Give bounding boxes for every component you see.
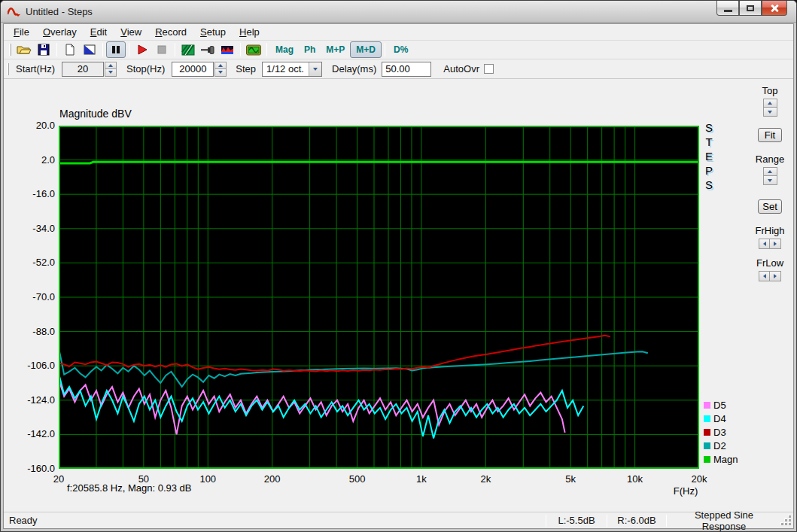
- down-arrow-icon: [768, 179, 772, 182]
- frhigh-arrows[interactable]: [759, 239, 781, 249]
- spin-up-button[interactable]: [763, 167, 777, 176]
- start-spinner[interactable]: [105, 62, 117, 77]
- set-button[interactable]: Set: [758, 199, 782, 214]
- spin-up-button[interactable]: [105, 62, 117, 70]
- menu-item-overlay[interactable]: Overlay: [36, 25, 84, 39]
- y-tick-label: -106.0: [14, 360, 55, 371]
- legend-swatch: [704, 429, 710, 436]
- top-label: Top: [762, 85, 778, 96]
- color-setup-icon: [84, 44, 96, 55]
- y-tick-label: -160.0: [14, 463, 55, 474]
- level-meter-button[interactable]: [218, 41, 237, 58]
- frlow-label: FrLow: [756, 257, 783, 269]
- spin-down-button[interactable]: [763, 108, 777, 117]
- step-label: Step: [236, 63, 256, 74]
- dropdown-button[interactable]: [309, 62, 321, 76]
- save-file-button[interactable]: [34, 41, 53, 58]
- spin-down-button[interactable]: [763, 176, 777, 185]
- down-arrow-icon: [768, 111, 772, 114]
- minimize-button[interactable]: [716, 1, 739, 16]
- chart-canvas[interactable]: [59, 126, 699, 469]
- chart-plot[interactable]: [59, 126, 699, 469]
- close-button[interactable]: [762, 1, 787, 16]
- record-stop-button[interactable]: [152, 41, 172, 58]
- legend: D5D4D3D2Magn: [704, 398, 738, 466]
- spin-down-button[interactable]: [214, 69, 227, 77]
- legend-label: D5: [713, 400, 726, 411]
- spin-down-button[interactable]: [105, 69, 117, 77]
- left-level-indicator: L:-5.5dB: [546, 515, 607, 526]
- stop-icon: [157, 45, 166, 54]
- left-arrow-button[interactable]: [759, 271, 770, 281]
- pause-button[interactable]: [106, 41, 126, 58]
- params-grip[interactable]: [7, 63, 9, 75]
- color-setup-button[interactable]: [80, 41, 99, 58]
- delay-input[interactable]: [382, 62, 431, 77]
- legend-swatch: [704, 402, 710, 409]
- mag-distortion-button[interactable]: M+D: [350, 41, 382, 58]
- save-floppy-icon: [38, 44, 50, 56]
- copy-button[interactable]: [60, 41, 80, 58]
- menu-item-help[interactable]: Help: [233, 25, 266, 39]
- range-spinner[interactable]: [763, 167, 777, 185]
- legend-label: D4: [713, 413, 726, 424]
- mag-phase-button[interactable]: M+P: [321, 42, 350, 57]
- x-tick-label: 1k: [403, 473, 440, 485]
- legend-label: D3: [713, 427, 726, 438]
- left-arrow-button[interactable]: [759, 239, 770, 249]
- y-tick-label: 20.0: [14, 120, 55, 131]
- autoovr-checkbox[interactable]: [484, 64, 494, 74]
- menu-item-setup[interactable]: Setup: [193, 25, 233, 39]
- record-start-button[interactable]: [132, 41, 152, 58]
- maximize-icon: [747, 5, 754, 11]
- mode-indicator: Stepped Sine Response: [667, 509, 781, 532]
- open-file-button[interactable]: [14, 41, 34, 58]
- scope-icon: [246, 44, 261, 56]
- right-arrow-icon: [774, 242, 777, 246]
- stop-spinner[interactable]: [214, 62, 227, 77]
- distortion-percent-button[interactable]: D%: [388, 42, 413, 57]
- y-tick-label: 2.0: [14, 154, 55, 166]
- top-spinner[interactable]: [763, 99, 777, 117]
- fit-button[interactable]: Fit: [758, 128, 782, 142]
- legend-swatch: [704, 456, 710, 463]
- toolbar-grip[interactable]: [9, 44, 11, 56]
- y-tick-label: -70.0: [14, 291, 55, 302]
- x-tick-label: 200: [254, 473, 291, 485]
- right-arrow-button[interactable]: [770, 239, 781, 249]
- phase-button[interactable]: Ph: [299, 42, 321, 57]
- step-dropdown[interactable]: 1/12 oct.: [262, 62, 322, 77]
- x-tick-label: 50: [125, 473, 163, 485]
- status-bar: Ready L:-5.5dB R:-6.0dB Stepped Sine Res…: [4, 512, 793, 528]
- right-arrow-button[interactable]: [770, 271, 781, 281]
- play-icon: [137, 44, 148, 55]
- toolbar: Mag Ph M+P M+D D%: [4, 41, 793, 59]
- app-window: Untitled - Steps FileOverlayEditViewReco…: [0, 0, 797, 532]
- legend-item-d4: D4: [704, 412, 738, 425]
- stop-input[interactable]: [172, 62, 214, 77]
- range-label: Range: [756, 154, 784, 165]
- minimize-icon: [724, 10, 732, 12]
- frlow-arrows[interactable]: [759, 271, 781, 281]
- title-bar[interactable]: Untitled - Steps: [1, 1, 796, 23]
- magnitude-button[interactable]: Mag: [270, 42, 299, 57]
- menu-item-file[interactable]: File: [7, 25, 36, 39]
- resize-grip[interactable]: [781, 515, 793, 527]
- maximize-button[interactable]: [739, 1, 762, 16]
- spin-up-button[interactable]: [763, 99, 777, 108]
- toolbar-separator: [240, 43, 241, 56]
- chart-area: Magnitude dBV F(Hz) f:20585.8 Hz, Magn: …: [4, 79, 793, 512]
- menu-item-view[interactable]: View: [114, 25, 148, 39]
- start-input[interactable]: [62, 62, 104, 77]
- up-arrow-icon: [768, 170, 772, 173]
- menu-item-edit[interactable]: Edit: [84, 25, 114, 39]
- spin-up-button[interactable]: [214, 62, 227, 70]
- spectrum-button[interactable]: [178, 41, 198, 58]
- menu-item-record[interactable]: Record: [148, 25, 193, 39]
- chart-title: Magnitude dBV: [59, 108, 132, 120]
- generator-button[interactable]: [198, 41, 218, 58]
- window-title: Untitled - Steps: [26, 6, 93, 17]
- scope-button[interactable]: [244, 41, 263, 58]
- app-icon: [8, 6, 21, 17]
- y-tick-label: -16.0: [14, 188, 55, 199]
